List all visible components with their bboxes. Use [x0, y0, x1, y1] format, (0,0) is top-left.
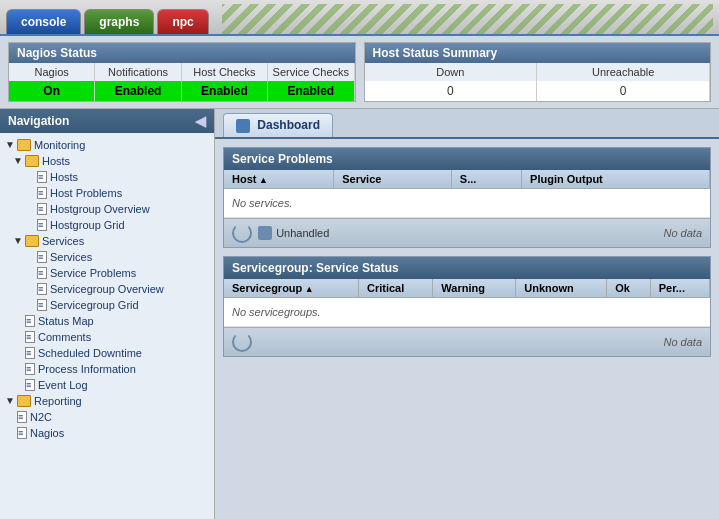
tab-graphs[interactable]: graphs — [84, 9, 154, 34]
sp-col-service[interactable]: Service — [334, 170, 452, 189]
sidebar-item-label: Event Log — [38, 379, 88, 391]
doc-icon: ≡ — [25, 331, 35, 343]
sidebar-item-hostgroup-grid[interactable]: ≡Hostgroup Grid — [0, 217, 214, 233]
sidebar-item-status-map[interactable]: ≡Status Map — [0, 313, 214, 329]
sidebar-item-label: Reporting — [34, 395, 82, 407]
expand-icon — [12, 315, 24, 327]
dashboard-tab[interactable]: Dashboard — [223, 113, 333, 137]
nagios-status-box: Nagios Status Nagios Notifications Host … — [8, 42, 356, 102]
folder-icon — [25, 235, 39, 247]
doc-icon: ≡ — [17, 411, 27, 423]
sg-col-per[interactable]: Per... — [650, 279, 709, 298]
sidebar-item-services[interactable]: ≡Services — [0, 249, 214, 265]
sidebar-item-servicegroup-overview[interactable]: ≡Servicegroup Overview — [0, 281, 214, 297]
sp-col-host[interactable]: Host — [224, 170, 334, 189]
host-status-values: 0 0 — [365, 81, 711, 101]
nagios-val-notifications: Enabled — [95, 81, 181, 101]
sidebar: Navigation ◀ ▼Monitoring▼Hosts≡Hosts≡Hos… — [0, 109, 215, 519]
sidebar-item-hostgroup-overview[interactable]: ≡Hostgroup Overview — [0, 201, 214, 217]
doc-icon: ≡ — [37, 251, 47, 263]
sidebar-item-comments[interactable]: ≡Comments — [0, 329, 214, 345]
sidebar-item-event-log[interactable]: ≡Event Log — [0, 377, 214, 393]
service-problems-header-row: Host Service S... Plugin Output — [224, 170, 710, 189]
servicegroup-table: Servicegroup Critical Warning Unknown Ok… — [224, 279, 710, 327]
servicegroup-section: Servicegroup: Service Status Servicegrou… — [223, 256, 711, 357]
panel-content: Service Problems Host Service S... Plugi… — [215, 139, 719, 519]
sidebar-item-scheduled-downtime[interactable]: ≡Scheduled Downtime — [0, 345, 214, 361]
sg-col-unknown[interactable]: Unknown — [516, 279, 607, 298]
sg-refresh-icon[interactable] — [232, 332, 252, 352]
sidebar-item-servicegroup-grid[interactable]: ≡Servicegroup Grid — [0, 297, 214, 313]
sidebar-item-label: Hostgroup Grid — [50, 219, 125, 231]
sidebar-item-label: Hostgroup Overview — [50, 203, 150, 215]
sg-col-servicegroup[interactable]: Servicegroup — [224, 279, 358, 298]
unhandled-label: Unhandled — [276, 227, 329, 239]
host-val-down: 0 — [365, 81, 538, 101]
sg-col-critical[interactable]: Critical — [358, 279, 432, 298]
doc-icon: ≡ — [25, 315, 35, 327]
dashboard-tab-label: Dashboard — [257, 118, 320, 132]
expand-icon — [4, 411, 16, 423]
expand-icon — [12, 347, 24, 359]
sidebar-item-process-information[interactable]: ≡Process Information — [0, 361, 214, 377]
sidebar-item-label: Monitoring — [34, 139, 85, 151]
servicegroup-footer: No data — [224, 327, 710, 356]
doc-icon: ≡ — [25, 379, 35, 391]
sidebar-item-label: Hosts — [42, 155, 70, 167]
nagios-val-on: On — [9, 81, 95, 101]
sidebar-item-hosts[interactable]: ≡Hosts — [0, 169, 214, 185]
sidebar-item-reporting[interactable]: ▼Reporting — [0, 393, 214, 409]
expand-icon — [12, 379, 24, 391]
unhandled-badge: Unhandled — [232, 223, 329, 243]
decorative-stripe — [222, 4, 713, 34]
sp-footer-nodata: No data — [663, 227, 702, 239]
nagios-status-title: Nagios Status — [9, 43, 355, 63]
nagios-val-hostchecks: Enabled — [182, 81, 268, 101]
sidebar-item-label: Comments — [38, 331, 91, 343]
expand-icon — [24, 219, 36, 231]
host-status-box: Host Status Summary Down Unreachable 0 0 — [364, 42, 712, 102]
expand-icon — [24, 203, 36, 215]
nagios-col-servicechecks: Service Checks — [268, 63, 354, 81]
expand-icon — [24, 299, 36, 311]
sg-footer-nodata: No data — [663, 336, 702, 348]
host-status-header: Down Unreachable — [365, 63, 711, 81]
doc-icon: ≡ — [37, 299, 47, 311]
expand-icon — [24, 171, 36, 183]
doc-icon: ≡ — [37, 171, 47, 183]
nagios-status-header: Nagios Notifications Host Checks Service… — [9, 63, 355, 81]
sidebar-item-n2c[interactable]: ≡N2C — [0, 409, 214, 425]
sidebar-item-label: Status Map — [38, 315, 94, 327]
sidebar-tree: ▼Monitoring▼Hosts≡Hosts≡Host Problems≡Ho… — [0, 133, 214, 445]
service-problems-footer: Unhandled No data — [224, 218, 710, 247]
tab-npc[interactable]: npc — [157, 9, 208, 34]
doc-icon: ≡ — [37, 187, 47, 199]
expand-icon — [24, 267, 36, 279]
doc-icon: ≡ — [25, 347, 35, 359]
service-problems-no-data-text: No services. — [224, 188, 710, 217]
sidebar-item-host-problems[interactable]: ≡Host Problems — [0, 185, 214, 201]
sidebar-item-hosts[interactable]: ▼Hosts — [0, 153, 214, 169]
doc-icon: ≡ — [17, 427, 27, 439]
sidebar-item-monitoring[interactable]: ▼Monitoring — [0, 137, 214, 153]
sidebar-item-nagios[interactable]: ≡Nagios — [0, 425, 214, 441]
sg-col-ok[interactable]: Ok — [607, 279, 650, 298]
refresh-icon[interactable] — [232, 223, 252, 243]
sp-col-plugin[interactable]: Plugin Output — [522, 170, 710, 189]
sp-col-s[interactable]: S... — [451, 170, 521, 189]
nagios-val-servicechecks: Enabled — [268, 81, 354, 101]
servicegroup-header: Servicegroup: Service Status — [224, 257, 710, 279]
sg-col-warning[interactable]: Warning — [433, 279, 516, 298]
expand-icon — [4, 427, 16, 439]
sidebar-item-label: Process Information — [38, 363, 136, 375]
sidebar-item-services[interactable]: ▼Services — [0, 233, 214, 249]
tab-console[interactable]: console — [6, 9, 81, 34]
expand-icon: ▼ — [12, 155, 24, 167]
host-status-title: Host Status Summary — [365, 43, 711, 63]
sidebar-collapse-button[interactable]: ◀ — [195, 113, 206, 129]
service-problems-section: Service Problems Host Service S... Plugi… — [223, 147, 711, 248]
sidebar-item-service-problems[interactable]: ≡Service Problems — [0, 265, 214, 281]
doc-icon: ≡ — [25, 363, 35, 375]
doc-icon: ≡ — [37, 219, 47, 231]
dashboard-tab-bar: Dashboard — [215, 109, 719, 139]
